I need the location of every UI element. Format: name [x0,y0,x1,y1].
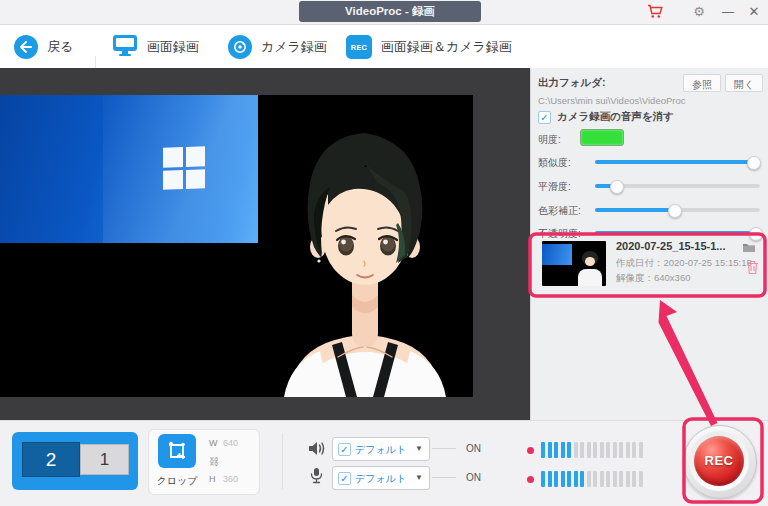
mic-enabled-checkbox[interactable]: ✓ [338,472,351,485]
link-wh-icon[interactable]: ⛓ [209,456,219,467]
screen-camera-record-label: 画面録画＆カメラ録画 [381,38,512,56]
connector-line [432,477,456,478]
mute-camera-audio-label: カメラ録画の音声を消す [557,110,674,124]
rec-button-label: REC [694,436,744,486]
window-title: VideoProc - 録画 [299,1,481,22]
settings-gear-icon[interactable]: ⚙ [690,4,708,20]
crop-button[interactable] [158,434,196,468]
mic-on-status: ON [466,472,481,483]
checkbox-check-icon: ✓ [538,111,551,124]
height-value[interactable]: 360 [223,474,238,484]
width-label: W [209,438,218,448]
rec-button[interactable]: REC [683,425,757,499]
open-folder-button[interactable]: 開く [725,74,763,92]
preview-area [0,68,530,420]
connector-line [432,448,456,449]
monitor-2-button[interactable]: 2 [22,442,80,477]
close-button[interactable]: ✕ [745,4,763,20]
height-label: H [209,474,216,484]
minimize-button[interactable]: — [719,4,737,20]
title-bar: VideoProc - 録画 ⚙ — ✕ [0,0,768,25]
file-created-date: 作成日付：2020-07-25 15:15:15 [616,257,752,270]
cart-icon[interactable] [646,4,664,20]
speaker-enabled-checkbox[interactable]: ✓ [338,443,351,456]
microphone-icon [310,467,323,488]
speaker-on-status: ON [466,443,481,454]
camera-record-tab[interactable]: カメラ録画 [228,32,327,62]
chroma-color-swatch[interactable] [580,129,624,146]
screen-record-tab[interactable]: 画面録画 [112,32,199,62]
back-button[interactable]: 戻る [14,32,73,62]
avatar-illustration [258,95,473,397]
settings-sidebar: 出力フォルダ: 参照 開く C:\Users\min sui\Videos\Vi… [530,68,768,420]
monitor-icon [112,33,138,61]
crop-label: クロップ [149,474,205,488]
crop-icon [166,440,188,462]
screen-camera-record-tab[interactable]: REC 画面録画＆カメラ録画 [346,32,512,62]
speaker-device-value: デフォルト [355,443,406,457]
screen-record-label: 画面録画 [147,38,199,56]
camera-record-label: カメラ録画 [261,38,327,56]
back-arrow-icon [14,35,38,59]
file-resolution: 解像度：640x360 [616,272,690,285]
recorded-file-item[interactable]: 2020-07-25_15-15-1... 作成日付：2020-07-25 15… [534,236,764,294]
mic-device-value: デフォルト [355,472,406,486]
mic-device-dropdown[interactable]: ✓ デフォルト ▼ [332,466,430,490]
file-title: 2020-07-25_15-15-1... [616,240,725,252]
color-correction-slider[interactable]: 色彩補正: [538,203,762,217]
rec-badge-icon: REC [346,35,372,59]
monitor-1-button[interactable]: 1 [80,444,129,475]
speaker-level-dot [527,447,534,454]
output-path: C:\Users\min sui\Videos\VideoProc [538,95,686,106]
output-folder-label: 出力フォルダ: [538,76,605,90]
main-toolbar: 戻る 画面録画 カメラ録画 REC 画面録画＆カメラ録画 [0,25,768,69]
dropdown-caret-icon: ▼ [415,444,423,453]
monitor-selector[interactable]: 2 1 [12,432,138,490]
browse-button[interactable]: 参照 [683,74,721,92]
crop-panel: クロップ W 640 ⛓ H 360 [148,429,260,495]
speaker-level-meter [541,442,643,458]
smoothness-slider[interactable]: 平滑度: [538,179,762,193]
mic-level-dot [527,476,534,483]
camera-icon [228,35,252,59]
back-label: 戻る [47,38,73,56]
speaker-icon [308,441,326,460]
windows-logo-icon [163,146,205,189]
folder-icon[interactable] [742,239,756,257]
file-thumbnail [542,241,606,286]
delete-trash-icon[interactable] [746,260,759,279]
bottom-control-bar: 2 1 クロップ W 640 ⛓ H 360 ✓ デフォルト ▼ ✓ デフォルト… [0,420,768,506]
camera-feed-preview [258,95,473,397]
composite-canvas [0,95,473,397]
slider-handle[interactable] [668,204,682,218]
width-value[interactable]: 640 [223,438,238,448]
speaker-device-dropdown[interactable]: ✓ デフォルト ▼ [332,437,430,461]
screen-capture-preview [0,95,258,243]
chroma-color-label: 明度: [538,133,561,147]
chroma-color-row: 明度: [538,132,762,148]
slider-handle[interactable] [747,156,761,170]
mic-level-meter [541,471,643,487]
mute-camera-audio-checkbox[interactable]: ✓ カメラ録画の音声を消す [538,110,674,124]
dropdown-caret-icon: ▼ [415,473,423,482]
similarity-slider[interactable]: 類似度: [538,155,762,169]
slider-handle[interactable] [610,180,624,194]
section-separator [282,433,283,489]
